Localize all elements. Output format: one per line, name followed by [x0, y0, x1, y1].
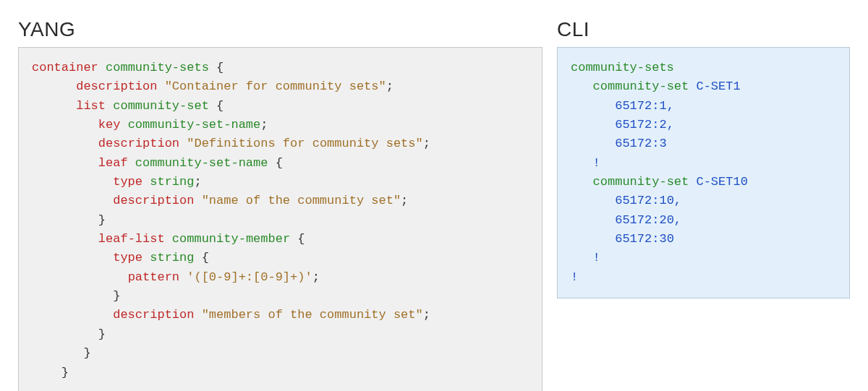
cli-bang1: !: [593, 156, 600, 170]
yang-name-csn2: community-set-name: [135, 156, 268, 170]
cli-community-set-1: community-set: [593, 80, 689, 93]
yang-kw-description2: description: [98, 137, 179, 150]
cli-v1: 65172:1: [615, 99, 666, 113]
yang-punct-rbrace1: }: [98, 213, 106, 227]
cli-cset1-name: C-SET1: [696, 80, 740, 93]
cli-bang2: !: [593, 251, 600, 265]
yang-kw-description: description: [76, 80, 157, 93]
yang-punct-rbrace5: }: [61, 366, 69, 379]
code-comparison-container: YANG container community-sets { descript…: [18, 18, 850, 391]
yang-punct-lbrace3: {: [276, 156, 283, 170]
yang-name-string2: string: [150, 251, 194, 265]
yang-kw-description3: description: [113, 194, 194, 207]
yang-str-3: "name of the community set": [202, 194, 401, 207]
yang-punct-lbrace: {: [216, 61, 224, 74]
cli-v10: 65172:10: [615, 194, 674, 207]
cli-v30: 65172:30: [615, 232, 674, 246]
cli-community-sets: community-sets: [571, 61, 674, 74]
yang-kw-type2: type: [113, 251, 142, 265]
yang-str-1: "Container for community sets": [165, 80, 386, 93]
yang-kw-leaflist: leaf-list: [98, 232, 165, 246]
yang-punct-rbrace4: }: [83, 346, 90, 360]
cli-bang3: !: [571, 270, 578, 284]
yang-name-cm: community-member: [172, 232, 290, 246]
yang-str-pattern: '([0-9]+:[0-9]+)': [187, 270, 312, 284]
cli-code-block: community-sets community-set C-SET1 6517…: [557, 47, 850, 298]
cli-comma1: ,: [667, 99, 674, 113]
cli-comma2: ,: [667, 118, 674, 132]
yang-kw-container: container: [32, 61, 98, 74]
cli-v2: 65172:2: [615, 118, 666, 132]
yang-name-string: string: [150, 175, 194, 189]
yang-semi5: ;: [401, 194, 408, 207]
cli-panel: CLI community-sets community-set C-SET1 …: [557, 18, 850, 391]
yang-name-community-set: community-set: [113, 99, 209, 113]
yang-panel: YANG container community-sets { descript…: [18, 18, 542, 391]
cli-community-set-2: community-set: [593, 175, 689, 189]
yang-kw-description4: description: [113, 308, 194, 322]
yang-semi4: ;: [194, 175, 201, 189]
cli-v20: 65172:20: [615, 213, 674, 227]
yang-punct-lbrace5: {: [202, 251, 209, 265]
yang-punct-rbrace3: }: [98, 327, 106, 341]
yang-str-2: "Definitions for community sets": [187, 137, 422, 150]
yang-str-4: "members of the community set": [202, 308, 423, 322]
cli-title: CLI: [557, 18, 850, 41]
yang-kw-leaf: leaf: [98, 156, 128, 170]
yang-name-csn: community-set-name: [128, 118, 261, 132]
yang-semi3: ;: [423, 137, 430, 150]
yang-kw-key: key: [98, 118, 121, 132]
yang-kw-type: type: [113, 175, 142, 189]
yang-kw-pattern: pattern: [128, 270, 179, 284]
yang-punct-lbrace4: {: [297, 232, 305, 246]
yang-code-block: container community-sets { description "…: [18, 47, 542, 391]
yang-semi7: ;: [423, 308, 430, 322]
yang-punct-rbrace2: }: [113, 289, 120, 303]
yang-semi: ;: [386, 80, 393, 93]
cli-cset10-name: C-SET10: [696, 175, 747, 189]
yang-title: YANG: [18, 18, 542, 41]
cli-comma4: ,: [674, 213, 681, 227]
yang-semi6: ;: [312, 270, 320, 284]
cli-comma3: ,: [674, 194, 681, 207]
yang-semi2: ;: [260, 118, 268, 132]
cli-v3: 65172:3: [615, 137, 666, 150]
yang-punct-lbrace2: {: [216, 99, 224, 113]
yang-name-community-sets: community-sets: [106, 61, 209, 74]
yang-kw-list: list: [76, 99, 106, 113]
